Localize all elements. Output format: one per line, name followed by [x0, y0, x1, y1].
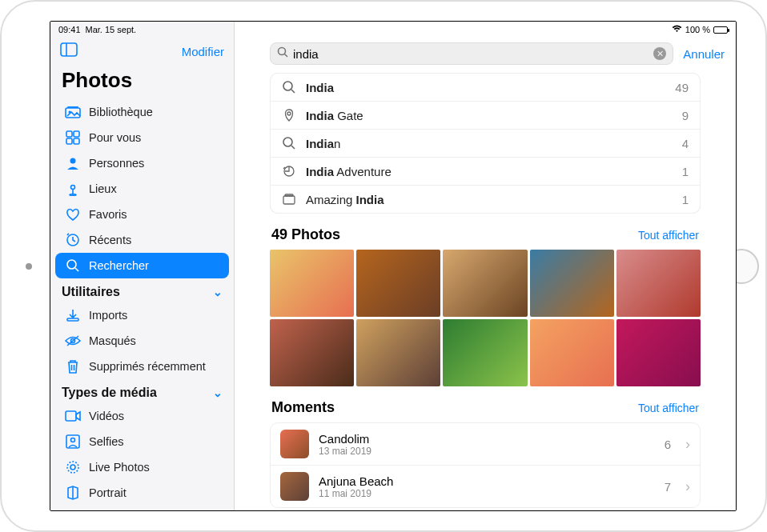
- sidebar-item-label: Favoris: [89, 208, 127, 221]
- suggestion-text: India Gate: [306, 109, 673, 122]
- sidebar-item-clock[interactable]: Récents: [55, 227, 229, 253]
- moment-count: 7: [665, 480, 671, 494]
- photo-thumbnail[interactable]: [616, 319, 701, 386]
- moment-row[interactable]: Candolim13 mai 20196›: [271, 423, 700, 466]
- suggestion-count: 4: [682, 137, 689, 150]
- trip-icon: [282, 164, 296, 178]
- suggestion-count: 1: [682, 165, 689, 178]
- photo-thumbnail[interactable]: [356, 250, 440, 317]
- sidebar-item-download[interactable]: Imports: [55, 302, 229, 328]
- svg-rect-5: [66, 131, 72, 137]
- sidebar-item-heart[interactable]: Favoris: [55, 202, 229, 227]
- hidden-icon: [65, 333, 81, 349]
- sidebar-item-label: Portrait: [89, 486, 126, 499]
- sidebar: Modifier Photos BibliothèquePour vousPer…: [50, 22, 235, 510]
- heart-icon: [65, 206, 81, 222]
- svg-rect-3: [67, 106, 78, 108]
- photos-header: 49 Photos: [271, 226, 340, 243]
- content-scroll[interactable]: India49India Gate9Indian4India Adventure…: [235, 70, 736, 510]
- sidebar-item-foryou[interactable]: Pour vous: [55, 125, 229, 150]
- cancel-button[interactable]: Annuler: [680, 47, 728, 61]
- svg-point-22: [71, 438, 75, 442]
- search-icon: [282, 80, 296, 94]
- sidebar-item-label: Pour vous: [89, 131, 141, 144]
- suggestion-row[interactable]: India49: [271, 74, 700, 102]
- search-icon: [65, 258, 81, 274]
- svg-rect-15: [67, 318, 78, 321]
- svg-rect-8: [74, 138, 79, 144]
- search-box[interactable]: ✕: [270, 42, 673, 65]
- suggestion-row[interactable]: India Gate9: [271, 102, 700, 130]
- sidebar-item-label: Rechercher: [89, 259, 149, 272]
- photo-thumbnail[interactable]: [443, 250, 527, 317]
- trash-icon: [65, 358, 81, 374]
- search-icon: [282, 136, 296, 150]
- people-icon: [65, 155, 81, 171]
- sidebar-item-search[interactable]: Rechercher: [55, 253, 229, 278]
- screen: 09:41 Mar. 15 sept. 100 % Modifier Photo…: [50, 21, 737, 511]
- svg-rect-35: [285, 194, 293, 196]
- suggestion-row[interactable]: Amazing India1: [271, 186, 700, 213]
- svg-point-24: [67, 462, 78, 473]
- sidebar-item-live[interactable]: Live Photos: [55, 454, 229, 480]
- photo-thumbnail[interactable]: [356, 319, 440, 386]
- suggestion-count: 1: [682, 193, 689, 206]
- sidebar-item-portrait[interactable]: Portrait: [55, 480, 229, 506]
- sidebar-toggle-icon[interactable]: [60, 42, 78, 60]
- svg-line-27: [285, 54, 288, 58]
- selfie-icon: [65, 434, 81, 450]
- section-utilities[interactable]: Utilitaires ⌄: [50, 278, 234, 302]
- photo-thumbnail[interactable]: [270, 319, 354, 386]
- moment-count: 6: [665, 438, 671, 451]
- suggestion-row[interactable]: Indian4: [271, 130, 700, 158]
- photo-thumbnail[interactable]: [530, 319, 614, 386]
- sidebar-item-label: Récents: [89, 234, 131, 246]
- chevron-right-icon: ›: [681, 436, 690, 453]
- main-panel: ✕ Annuler India49India Gate9Indian4India…: [235, 22, 736, 510]
- moment-body: Anjuna Beach11 mai 2019: [319, 474, 655, 499]
- search-icon: [277, 46, 288, 61]
- photo-thumbnail[interactable]: [270, 250, 354, 317]
- live-icon: [65, 459, 81, 475]
- svg-rect-34: [283, 196, 295, 204]
- chevron-right-icon: ›: [681, 478, 690, 495]
- sidebar-item-library[interactable]: Bibliothèque: [55, 99, 229, 125]
- svg-point-26: [279, 48, 286, 55]
- suggestion-text: Amazing India: [306, 193, 673, 206]
- sidebar-item-label: Selfies: [89, 435, 124, 448]
- moment-title: Anjuna Beach: [319, 474, 655, 488]
- show-all-photos[interactable]: Tout afficher: [638, 229, 699, 242]
- svg-rect-6: [74, 131, 79, 137]
- album-icon: [282, 192, 296, 206]
- sidebar-title: Photos: [50, 66, 234, 99]
- sidebar-item-places[interactable]: Lieux: [55, 176, 229, 202]
- suggestions-list: India49India Gate9Indian4India Adventure…: [270, 73, 701, 214]
- sidebar-item-trash[interactable]: Supprimés récemment: [55, 354, 229, 379]
- chevron-down-icon: ⌄: [213, 286, 223, 298]
- places-icon: [65, 181, 81, 197]
- search-input[interactable]: [293, 47, 649, 61]
- suggestion-row[interactable]: India Adventure1: [271, 158, 700, 186]
- moment-row[interactable]: Anjuna Beach11 mai 20197›: [271, 466, 700, 507]
- svg-rect-0: [61, 43, 77, 56]
- svg-line-29: [291, 90, 295, 93]
- photo-thumbnail[interactable]: [530, 250, 614, 317]
- section-media[interactable]: Types de média ⌄: [50, 379, 234, 403]
- sidebar-item-hidden[interactable]: Masqués: [55, 328, 229, 354]
- sidebar-item-people[interactable]: Personnes: [55, 150, 229, 176]
- photo-thumbnail[interactable]: [616, 250, 701, 317]
- sidebar-item-selfie[interactable]: Selfies: [55, 429, 229, 454]
- svg-point-30: [287, 112, 291, 115]
- sidebar-item-label: Live Photos: [89, 461, 150, 474]
- foryou-icon: [65, 130, 81, 146]
- clear-search-icon[interactable]: ✕: [653, 47, 666, 60]
- svg-rect-20: [66, 411, 76, 421]
- photo-thumbnail[interactable]: [443, 319, 527, 386]
- svg-rect-7: [66, 138, 72, 144]
- sidebar-item-video[interactable]: Vidéos: [55, 403, 229, 429]
- sidebar-item-label: Vidéos: [89, 410, 124, 422]
- show-all-moments[interactable]: Tout afficher: [638, 402, 699, 414]
- moment-thumbnail: [280, 472, 309, 501]
- moment-date: 13 mai 2019: [319, 446, 655, 457]
- modify-button[interactable]: Modifier: [182, 45, 224, 58]
